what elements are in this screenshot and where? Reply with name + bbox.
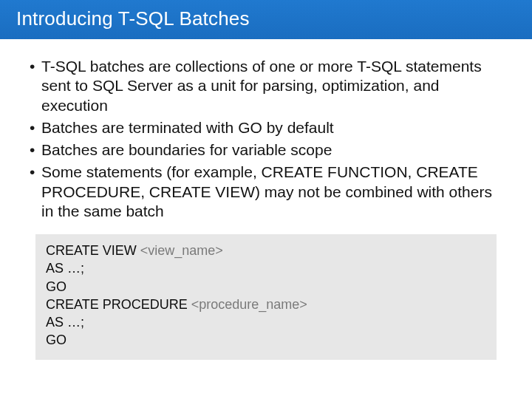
bullet-list: T-SQL batches are collections of one or … xyxy=(30,57,502,221)
list-item: Some statements (for example, CREATE FUN… xyxy=(30,163,502,221)
slide-body: T-SQL batches are collections of one or … xyxy=(0,39,532,360)
list-item: Batches are terminated with GO by defaul… xyxy=(30,118,502,137)
code-placeholder: <procedure_name> xyxy=(191,297,307,312)
list-item: Batches are boundaries for variable scop… xyxy=(30,140,502,160)
code-placeholder: <view_name> xyxy=(140,243,223,258)
list-item: T-SQL batches are collections of one or … xyxy=(30,57,502,115)
code-line: CREATE VIEW <view_name> xyxy=(46,242,486,259)
code-line: GO xyxy=(46,331,486,349)
code-keyword: CREATE PROCEDURE xyxy=(46,297,191,312)
code-line: CREATE PROCEDURE <procedure_name> xyxy=(46,296,486,313)
code-line: AS …; xyxy=(46,313,486,331)
code-line: AS …; xyxy=(46,259,486,277)
slide-title: Introducing T-SQL Batches xyxy=(16,7,516,30)
code-line: GO xyxy=(46,278,486,296)
code-block: CREATE VIEW <view_name> AS …; GO CREATE … xyxy=(35,234,497,360)
code-keyword: CREATE VIEW xyxy=(46,243,140,258)
title-bar: Introducing T-SQL Batches xyxy=(0,0,532,39)
